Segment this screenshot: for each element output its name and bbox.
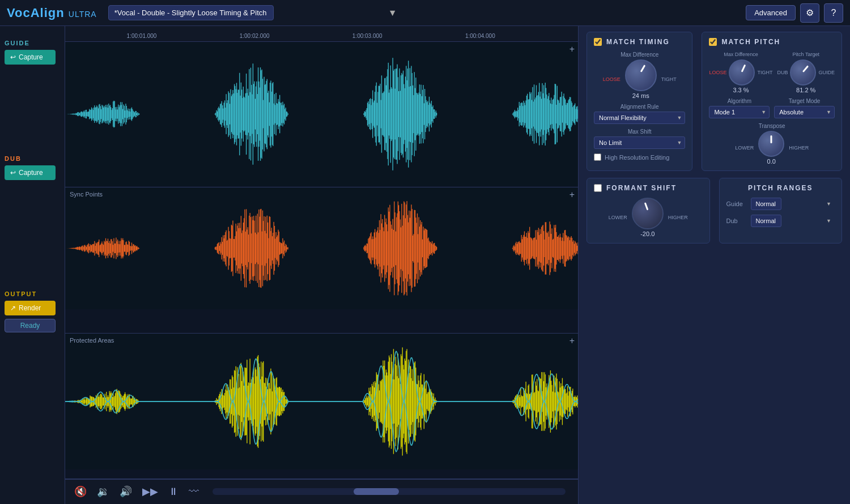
top-panel-row: MATCH TIMING Max Difference LOOSE 24 ms … — [586, 32, 842, 178]
tick-4: 1:00:04.000 — [465, 33, 495, 39]
alignment-rule-label: Alignment Rule — [594, 104, 685, 110]
pitch-target-knob-indicator — [802, 65, 809, 72]
protected-areas-label: Protected Areas — [70, 337, 114, 344]
loose-label-timing: LOOSE — [603, 76, 620, 82]
transpose-lower-label: LOWER — [735, 145, 754, 151]
formant-knob[interactable] — [632, 198, 664, 229]
guide-waveform-canvas[interactable] — [65, 42, 578, 186]
scrollbar-thumb[interactable] — [354, 488, 399, 495]
match-pitch-header: MATCH PITCH — [709, 38, 835, 46]
timeline-ruler: 1:00:01.000 1:00:02.000 1:00:03.000 1:00… — [65, 26, 578, 42]
target-mode-field: Target Mode Absolute ▼ — [774, 98, 835, 118]
transpose-knob[interactable] — [758, 131, 784, 157]
formant-knob-indicator — [644, 202, 649, 210]
high-res-checkbox[interactable] — [594, 153, 601, 161]
tick-3: 1:00:03.000 — [352, 33, 382, 39]
dub-waveform-section: Sync Points + — [65, 187, 578, 333]
right-panel: MATCH TIMING Max Difference LOOSE 24 ms … — [578, 26, 850, 504]
render-label: Render — [19, 304, 41, 312]
pitch-algo-row: Algorithm Mode 1 ▼ Target Mode Absol — [709, 98, 835, 118]
center-area: 1:00:01.000 1:00:02.000 1:00:03.000 1:00… — [65, 26, 578, 504]
pitch-range-guide-row: Guide Normal ▼ — [726, 198, 835, 210]
capture-dub-button[interactable]: ↩ Capture — [5, 165, 56, 180]
guide-waveform-section: + — [65, 42, 578, 187]
capture-guide-label: Capture — [19, 53, 43, 61]
sync-points-label: Sync Points — [70, 191, 103, 198]
formant-header: FORMANT SHIFT — [594, 184, 703, 192]
pitch-target-label: Pitch Target — [793, 52, 819, 57]
transpose-field: Transpose LOWER 0.0 HIGHER — [709, 123, 835, 165]
guide-expand-button[interactable]: + — [570, 44, 575, 54]
timing-knob-indicator — [640, 65, 645, 72]
high-res-label: High Resolution Editing — [605, 154, 669, 161]
output-expand-button[interactable]: + — [570, 336, 575, 346]
pitch-ranges-dub-select[interactable]: Normal — [751, 215, 781, 227]
max-shift-select[interactable]: No Limit — [594, 136, 685, 149]
transpose-knob-indicator — [771, 135, 772, 143]
pitch-maxdiff-value: 3.3 % — [733, 87, 749, 93]
output-waveform-section: Protected Areas + — [65, 334, 578, 479]
pitch-guide-label: GUIDE — [818, 70, 835, 75]
capture-guide-button[interactable]: ↩ Capture — [5, 50, 56, 65]
formant-value: -20.0 — [640, 230, 654, 237]
play-button[interactable]: ▶▶ — [140, 483, 160, 500]
match-pitch-section: MATCH PITCH Max Difference LOOSE TIGHT 3… — [702, 32, 842, 171]
dub-range-dropdown-arrow-icon: ▼ — [826, 218, 831, 224]
settings-button[interactable]: ⚙ — [800, 3, 819, 23]
scrollbar-track[interactable] — [212, 488, 566, 495]
pitch-ranges-guide-select[interactable]: Normal — [751, 198, 781, 210]
pitch-target-knob[interactable] — [790, 59, 816, 86]
logo: VocAlign ULTRA — [7, 6, 97, 20]
header-right: Advanced ⚙ ? — [746, 3, 843, 23]
capture-dub-icon: ↩ — [10, 169, 16, 177]
dropdown-arrow-icon: ▼ — [388, 8, 397, 18]
algorithm-select[interactable]: Mode 1 — [709, 106, 770, 118]
capture-guide-icon: ↩ — [10, 53, 16, 61]
formant-shift-section: FORMANT SHIFT LOWER -20.0 HIGHER — [586, 178, 710, 244]
high-res-row: High Resolution Editing — [594, 153, 685, 161]
help-button[interactable]: ? — [824, 3, 843, 23]
target-mode-select[interactable]: Absolute — [774, 106, 835, 118]
formant-checkbox[interactable] — [594, 184, 602, 192]
algorithm-field: Algorithm Mode 1 ▼ — [709, 98, 770, 118]
header: VocAlign ULTRA *Vocal - Double - Slightl… — [0, 0, 850, 26]
pitch-loose-label: LOOSE — [709, 70, 726, 75]
transport-bar: 🔇 🔉 🔊 ▶▶ ⏸ 〰 — [65, 479, 578, 504]
wave-button[interactable]: 〰 — [186, 484, 201, 500]
pitch-maxdiff-container: Max Difference LOOSE TIGHT 3.3 % — [709, 52, 772, 93]
timing-knob[interactable] — [625, 59, 657, 91]
pause-button[interactable]: ⏸ — [166, 484, 181, 500]
pitch-maxdiff-knob[interactable] — [729, 59, 755, 86]
target-mode-label: Target Mode — [774, 98, 835, 104]
volume-low-button[interactable]: 🔉 — [95, 483, 112, 500]
dub-label: DUB — [5, 155, 60, 162]
mute-button[interactable]: 🔇 — [72, 483, 89, 500]
max-shift-label: Max Shift — [594, 129, 685, 135]
match-timing-header: MATCH TIMING — [594, 38, 685, 46]
formant-knob-container: -20.0 — [632, 198, 664, 237]
advanced-button[interactable]: Advanced — [746, 5, 796, 20]
tick-2: 1:00:02.000 — [240, 33, 270, 39]
match-pitch-checkbox[interactable] — [709, 38, 717, 46]
formant-higher-label: HIGHER — [668, 215, 688, 220]
pitch-tight-label: TIGHT — [757, 70, 772, 75]
max-shift-field: Max Shift No Limit ▼ — [594, 129, 685, 149]
tick-1: 1:00:01.000 — [127, 33, 157, 39]
render-button[interactable]: ↗ Render — [5, 301, 56, 315]
pitch-ranges-section: PITCH RANGES Guide Normal ▼ Dub Normal — [719, 178, 843, 244]
match-timing-checkbox[interactable] — [594, 38, 602, 46]
pitch-target-container: Pitch Target DUB GUIDE 81.2 % — [777, 52, 835, 93]
dub-expand-button[interactable]: + — [570, 190, 575, 200]
alignment-rule-select[interactable]: Normal Flexibility — [594, 112, 685, 124]
volume-high-button[interactable]: 🔊 — [117, 483, 134, 500]
preset-dropdown[interactable]: *Vocal - Double - Slightly Loose Timing … — [108, 5, 274, 20]
transpose-knob-container: 0.0 — [758, 131, 784, 165]
timing-knob-container: 24 ms — [625, 59, 657, 99]
match-pitch-title: MATCH PITCH — [721, 38, 780, 46]
output-waveform-canvas[interactable] — [65, 334, 578, 469]
main-layout: GUIDE ↩ Capture DUB ↩ Capture OUTPUT ↗ R… — [0, 26, 850, 504]
pitch-target-value: 81.2 % — [796, 87, 815, 93]
ready-status: Ready — [5, 319, 56, 332]
formant-knob-row: LOWER -20.0 HIGHER — [594, 198, 703, 237]
dub-waveform-canvas[interactable] — [65, 187, 578, 309]
